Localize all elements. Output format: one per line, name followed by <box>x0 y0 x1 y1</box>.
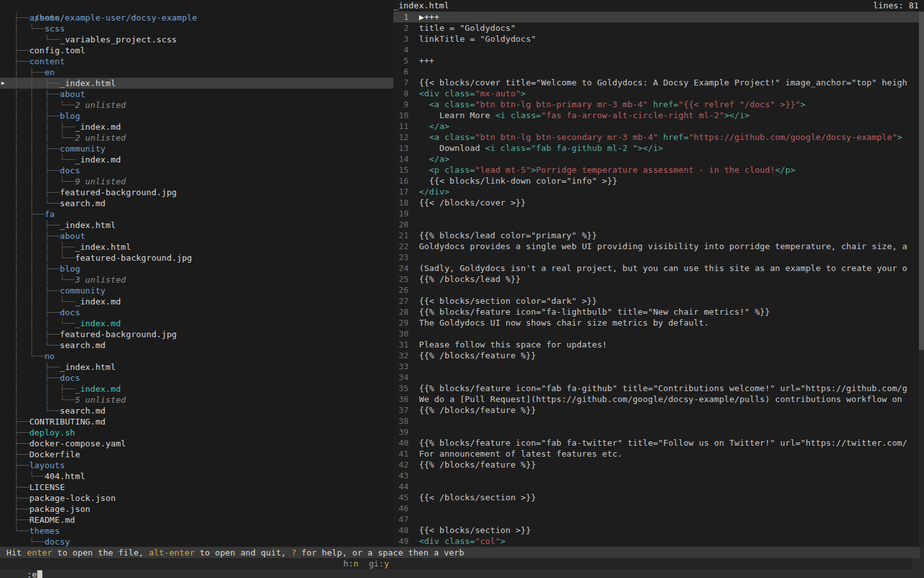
code-line-20: 20 <box>393 219 919 230</box>
tree-branch-guides: │ │ ├── <box>4 264 60 274</box>
code-line-13: 13 Download <i class="fab fa-github ml-2… <box>393 143 919 153</box>
tree-item-scss[interactable]: │ └──scss <box>0 23 393 34</box>
tree-item-5-unlisted[interactable]: │ │ └──5 unlisted <box>0 394 393 405</box>
tree-item-dockerfile[interactable]: ├──Dockerfile <box>0 449 393 460</box>
tree-item-config.toml[interactable]: ├──config.toml <box>0 45 393 56</box>
line-content <box>419 328 919 339</box>
root-path[interactable]: /home/example-user/docsy-example <box>0 1 393 12</box>
tree-item-_index.html[interactable]: │ │ │ ├──_index.html <box>0 241 393 252</box>
tree-item-9-unlisted[interactable]: │ │ │ └──9 unlisted <box>0 176 393 187</box>
tree-branch-guides: │ │ │ └── <box>4 155 75 164</box>
tree-item-docs[interactable]: │ │ ├──docs <box>0 307 393 318</box>
code-line-4: 4 <box>393 44 919 55</box>
tree-item-label: docs <box>60 308 80 317</box>
code-line-24: 24(Sadly, Goldydocs isn't a real project… <box>393 263 919 274</box>
tree-item-docs[interactable]: │ ├──docs <box>0 372 393 383</box>
preview-scrollbar-track[interactable] <box>919 12 924 547</box>
line-content: title = "Goldydocs" <box>419 22 919 33</box>
tree-item-_index.html[interactable]: │ ├──_index.html <box>0 362 393 372</box>
line-content: {{% /blocks/feature %}} <box>419 405 919 416</box>
line-content: </a> <box>419 121 919 132</box>
tree-item-2-unlisted[interactable]: │ │ │ └──2 unlisted <box>0 132 393 143</box>
tree-item-themes[interactable]: └──themes <box>0 525 393 536</box>
line-number: 17 <box>393 186 409 197</box>
tree-branch-guides: │ │ ├── <box>4 231 60 241</box>
tree-item-_index.md[interactable]: │ │ ├──_index.md <box>0 383 393 394</box>
tree-item-about[interactable]: │ │ ├──about <box>0 231 393 241</box>
command-input[interactable]: :e <box>0 558 912 569</box>
tree-item-label: docsy <box>44 537 70 547</box>
tree-item-_index.md[interactable]: │ │ │ └──_index.md <box>0 154 393 165</box>
tree-branch-guides: │ │ ├── <box>4 384 75 394</box>
tree-item-contributing.md[interactable]: ├──CONTRIBUTING.md <box>0 416 393 427</box>
tree-item-label: _index.md <box>75 384 121 394</box>
tree-item-featured-background.jpg[interactable]: │ │ ├──featured-background.jpg <box>0 329 393 340</box>
tree-item-blog[interactable]: │ │ ├──blog <box>0 263 393 274</box>
status-keyword: enter <box>27 548 53 557</box>
tree-item-2-unlisted[interactable]: │ │ │ └──2 unlisted <box>0 100 393 110</box>
tree-item-community[interactable]: │ │ ├──community <box>0 143 393 154</box>
line-number: 10 <box>393 110 409 121</box>
line-content <box>419 426 919 437</box>
tree-item-fa[interactable]: │ ├──fa <box>0 209 393 220</box>
line-content: <a class="btn btn-lg btn-primary mr-3 mb… <box>419 99 919 110</box>
line-content: {{% /blocks/feature %}} <box>419 459 919 470</box>
line-content: Please follow this space for updates! <box>419 339 919 350</box>
tree-item-content[interactable]: ├──content <box>0 56 393 67</box>
tree-item-deploy.sh[interactable]: ├──deploy.sh <box>0 427 393 438</box>
tree-branch-guides: └── <box>4 526 30 536</box>
tree-item-en[interactable]: │ ├──en <box>0 67 393 78</box>
tree-item-package-lock.json[interactable]: ├──package-lock.json <box>0 493 393 504</box>
tree-branch-guides: │ │ │ ├── <box>4 122 75 132</box>
tree-branch-guides: ├── <box>4 493 30 503</box>
status-keyword: ? <box>291 548 296 557</box>
tree-item-_index.html[interactable]: │ │ ├──_index.html <box>0 220 393 231</box>
tree-item-featured-background.jpg[interactable]: │ │ ├──featured-background.jpg <box>0 187 393 198</box>
line-content: linkTitle = "Goldydocs" <box>419 33 919 44</box>
line-content: Download <i class="fab fa-github ml-2 ">… <box>419 143 919 153</box>
tree-item-about[interactable]: │ │ ├──about <box>0 89 393 100</box>
tree-branch-guides: │ │ └── <box>4 395 75 405</box>
tree-item-_index.html[interactable]: ▶ │ │ ├──_index.html <box>0 78 393 89</box>
tree-branch-guides: │ └── <box>4 471 44 481</box>
shortcut-key: y <box>384 559 389 568</box>
tree-item-search.md[interactable]: │ └──search.md <box>0 405 393 416</box>
tree-item-label: community <box>60 286 105 295</box>
line-number: 11 <box>393 121 409 132</box>
code-line-44: 44 <box>393 481 919 492</box>
tree-item-blog[interactable]: │ │ ├──blog <box>0 110 393 121</box>
tree-item-_index.md[interactable]: │ │ │ └──_index.md <box>0 296 393 307</box>
tree-item-_index.md[interactable]: │ │ │ └──_index.md <box>0 318 393 329</box>
tree-item-search.md[interactable]: │ │ └──search.md <box>0 340 393 351</box>
code-line-12: 12 <a class="btn btn-lg btn-secondary mr… <box>393 132 919 143</box>
tree-item-package.json[interactable]: ├──package.json <box>0 504 393 514</box>
line-content <box>419 481 919 492</box>
tree-item-community[interactable]: │ │ ├──community <box>0 285 393 296</box>
code-line-36: 36We do a [Pull Request](https://github.… <box>393 394 919 405</box>
code-line-2: 2title = "Goldydocs" <box>393 22 919 33</box>
tree-item-docker-compose.yaml[interactable]: ├──docker-compose.yaml <box>0 438 393 449</box>
tree-item-_index.md[interactable]: │ │ │ ├──_index.md <box>0 121 393 132</box>
file-tree-panel: /home/example-user/docsy-example ├──asse… <box>0 0 393 547</box>
tree-item-docs[interactable]: │ │ ├──docs <box>0 165 393 176</box>
tree-item-search.md[interactable]: │ │ └──search.md <box>0 198 393 209</box>
line-number: 12 <box>393 132 409 143</box>
tree-item-license[interactable]: ├──LICENSE <box>0 482 393 493</box>
tree-branch-guides: │ │ └── <box>4 198 60 208</box>
tree-item-featured-background.jpg[interactable]: │ │ │ └──featured-background.jpg <box>0 252 393 263</box>
tree-item-no[interactable]: │ └──no <box>0 351 393 362</box>
tree-item-readme.md[interactable]: ├──README.md <box>0 514 393 525</box>
broot-window: /home/example-user/docsy-example ├──asse… <box>0 0 924 578</box>
line-number: 21 <box>393 230 409 241</box>
tree-item-layouts[interactable]: ├──layouts <box>0 460 393 471</box>
code-line-47: 47 <box>393 514 919 525</box>
code-line-23: 23 <box>393 252 919 263</box>
tree-item-404.html[interactable]: │ └──404.html <box>0 471 393 482</box>
preview-scrollbar-thumb[interactable] <box>919 12 924 350</box>
tree-item-assets[interactable]: ├──assets <box>0 12 393 23</box>
line-number: 36 <box>393 394 409 405</box>
tree-item-_variables_project.scss[interactable]: │ └──_variables_project.scss <box>0 34 393 45</box>
tree-item-docsy[interactable]: └──docsy <box>0 536 393 547</box>
tree-item-label: search.md <box>60 340 105 350</box>
tree-item-3-unlisted[interactable]: │ │ │ └──3 unlisted <box>0 274 393 285</box>
